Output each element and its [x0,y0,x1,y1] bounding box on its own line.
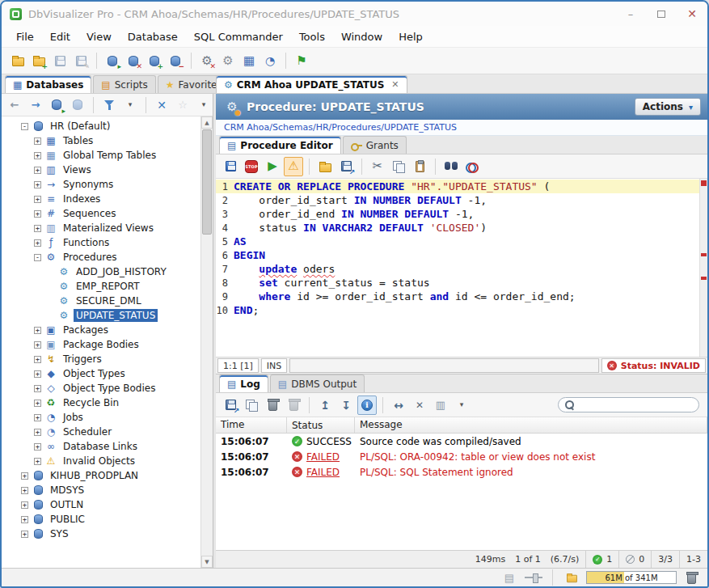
minimize-button[interactable]: – [615,2,646,26]
tree-item-hr-default[interactable]: -HR (Default) [2,119,200,133]
expand-toggle-icon[interactable]: + [21,487,28,494]
expand-toggle-icon[interactable]: + [34,225,41,232]
grid-options-icon[interactable]: ▥ [431,396,450,415]
zoom-slider[interactable] [524,568,543,587]
error-marker[interactable] [701,253,707,256]
error-marker[interactable] [701,180,707,186]
copy-icon[interactable] [389,157,408,176]
tree-item-jobs[interactable]: +◔Jobs [2,410,200,425]
expand-toggle-icon[interactable]: + [34,356,41,363]
cut-icon[interactable]: ✂ [368,157,387,176]
new-connection-icon[interactable] [8,51,27,70]
tab-log[interactable]: ▤Log [219,374,268,392]
code-line-10[interactable]: 10END; [216,303,699,317]
expand-toggle-icon[interactable]: + [34,400,41,407]
expand-toggle-icon[interactable]: + [34,210,41,218]
filter-icon[interactable] [99,95,119,115]
column-header-time[interactable]: Time [216,417,287,433]
scroll-up-arrow[interactable]: ▲ [201,116,213,129]
menu-window[interactable]: Window [333,27,390,46]
expand-toggle-icon[interactable]: + [34,370,41,378]
expand-toggle-icon[interactable]: + [34,167,41,174]
menu-database[interactable]: Database [120,27,186,46]
code-lines[interactable]: 1CREATE OR REPLACE PROCEDURE "HR"."UPDAT… [216,179,699,357]
expand-toggle-icon[interactable]: + [21,516,28,523]
filter-caret-icon[interactable]: ▾ [120,95,140,115]
code-line-6[interactable]: 6BEGIN [216,248,699,262]
code-line-9[interactable]: 9 where id >= order_id_start and id <= o… [216,290,699,303]
tree-item-database-links[interactable]: +∞Database Links [2,439,200,454]
navigate-back-icon[interactable]: ← [5,95,24,115]
stop-icon[interactable] [242,157,261,176]
scrollbar-track[interactable] [201,235,213,556]
expand-toggle-icon[interactable]: + [21,531,28,538]
disconnect-icon[interactable]: ✕ [124,51,143,70]
tree-item-sys[interactable]: +SYS [2,527,200,541]
log-row[interactable]: 15:06:07✕FAILEDPL/SQL: ORA-00942: table … [216,449,707,464]
expand-toggle-icon[interactable]: + [34,327,41,334]
tree-item-indexes[interactable]: +≡Indexes [2,192,200,206]
expand-toggle-icon[interactable]: + [34,341,41,349]
tree-item-object-types[interactable]: +◆Object Types [2,366,200,381]
save-icon[interactable] [50,51,70,70]
rows-indicator-icon[interactable]: ▤ [500,568,519,587]
favorites-options-icon[interactable]: ☆ [173,95,192,115]
expand-toggle-icon[interactable]: + [34,443,41,451]
open-file-icon[interactable]: + [29,51,49,70]
tree-item-packages[interactable]: +▣Packages [2,323,200,337]
tree-item-procedures[interactable]: -⚙Procedures [2,250,200,264]
code-line-8[interactable]: 8 set current_status = status [216,276,699,290]
expand-toggle-icon[interactable]: - [21,123,28,130]
scroll-down-arrow[interactable]: ▼ [201,556,213,568]
open-procedure-icon[interactable] [315,157,335,176]
navigate-forward-icon[interactable]: → [26,95,45,115]
expand-toggle-icon[interactable]: + [34,137,41,145]
tree-item-materialized-views[interactable]: +▥Materialized Views [2,221,200,235]
tree-item-views[interactable]: +▥Views [2,163,200,177]
column-header-message[interactable]: Message [355,417,707,433]
tree-item-mdsys[interactable]: +MDSYS [2,483,200,497]
menu-help[interactable]: Help [390,27,431,46]
reset-columns-icon[interactable]: ✕ [410,396,429,415]
driver-manager-icon[interactable]: ⚙✕ [197,51,217,70]
tree-item-global-temp-tables[interactable]: +▦Global Temp Tables [2,148,200,163]
search-input[interactable] [580,400,692,410]
tree-scrollbar[interactable]: ▲ ▼ [200,116,213,568]
tree-item-functions[interactable]: +ƒFunctions [2,235,200,250]
expand-toggle-icon[interactable]: + [34,196,41,203]
column-header-status[interactable]: Status [287,417,355,433]
expand-toggle-icon[interactable]: + [21,501,28,509]
error-marker[interactable] [701,277,707,280]
export-procedure-icon[interactable]: ↗ [336,157,356,176]
compare-icon[interactable] [462,157,482,176]
code-line-5[interactable]: 5AS [216,235,699,248]
maximize-button[interactable] [646,2,677,26]
tree-item-outln[interactable]: +OUTLN [2,497,200,512]
tab-crm-ahoa-update-status[interactable]: ⚙ CRM Ahoa UPDATE_STATUS ✕ [216,75,407,93]
tree-item-triggers[interactable]: +↯Triggers [2,352,200,366]
scroll-to-top-icon[interactable]: ↥ [315,396,335,415]
menu-edit[interactable]: Edit [42,27,78,46]
tree-item-synonyms[interactable]: +→Synonyms [2,177,200,192]
tree-item-sequences[interactable]: +#Sequences [2,206,200,221]
tree-item-update-status[interactable]: ⚙UPDATE_STATUS [2,308,200,323]
fit-columns-icon[interactable]: ↔ [389,396,408,415]
memory-folder-icon[interactable] [562,568,581,587]
tree-item-invalid-objects[interactable]: +⚠Invalid Objects [2,454,200,468]
more-caret-icon[interactable]: ▾ [194,95,213,115]
clear-log-icon[interactable] [284,396,303,415]
code-line-2[interactable]: 2 order_id_start IN NUMBER DEFAULT -1, [216,193,699,207]
tab-dbms-output[interactable]: ▤DBMS Output [270,374,365,392]
menu-view[interactable]: View [78,27,120,46]
expand-toggle-icon[interactable]: - [34,254,41,261]
tree-item-kihub-prodplan[interactable]: +KIHUB_PRODPLAN [2,468,200,483]
table-data-icon[interactable]: ▦ [239,51,259,70]
execute-icon[interactable]: ▶ [263,157,282,176]
add-connection-icon[interactable]: + [145,51,164,70]
delete-row-icon[interactable] [263,396,282,415]
code-editor[interactable]: 1CREATE OR REPLACE PROCEDURE "HR"."UPDAT… [216,179,707,357]
code-line-3[interactable]: 3 order_id_end IN NUMBER DEFAULT -1, [216,207,699,221]
tab-procedure-editor[interactable]: ▤Procedure Editor [219,136,341,154]
connect-node-icon[interactable]: ▸ [47,95,66,115]
garbage-collect-button[interactable] [682,568,701,587]
